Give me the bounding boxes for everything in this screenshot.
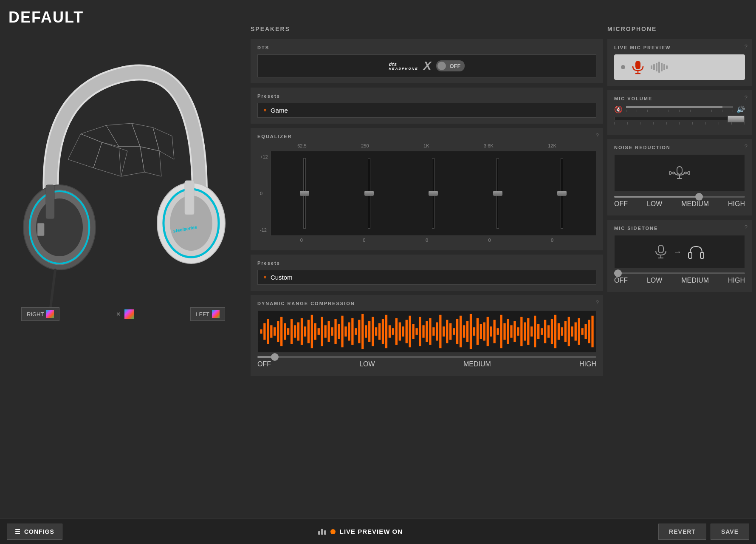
save-button[interactable]: SAVE: [711, 524, 749, 540]
eq-slider-2[interactable]: [430, 155, 436, 232]
svg-rect-41: [348, 322, 350, 340]
eq-thumb-0[interactable]: [300, 191, 309, 196]
noise-reduction-label: NOISE REDUCTION: [614, 145, 745, 150]
sidetone-slider[interactable]: OFF LOW MEDIUM HIGH: [614, 272, 745, 284]
thick-ticks: [614, 121, 745, 125]
svg-rect-86: [500, 315, 502, 348]
svg-rect-70: [446, 320, 448, 343]
dts-button[interactable]: dts HEADPHONE X OFF: [257, 54, 596, 77]
eq-track-1[interactable]: [368, 158, 370, 229]
drc-label-medium: MEDIUM: [463, 360, 491, 368]
svg-rect-20: [277, 321, 279, 342]
svg-rect-53: [389, 325, 391, 337]
svg-rect-17: [267, 319, 269, 344]
nr-question-icon[interactable]: ?: [745, 143, 748, 150]
live-bar-1: [318, 531, 320, 535]
mic-vol-question-icon[interactable]: ?: [745, 94, 748, 101]
nr-label-low: LOW: [647, 200, 662, 208]
left-led-label[interactable]: LEFT: [190, 307, 225, 321]
svg-rect-89: [510, 325, 512, 337]
eq-slider-1[interactable]: [366, 155, 372, 232]
eq-track-4[interactable]: [561, 158, 563, 229]
drc-slider-thumb[interactable]: [271, 353, 279, 361]
nr-slider[interactable]: OFF LOW MEDIUM HIGH: [614, 196, 745, 208]
sidetone-slider-thumb[interactable]: [614, 269, 622, 277]
svg-rect-81: [483, 322, 485, 340]
svg-rect-55: [395, 318, 398, 345]
svg-rect-83: [490, 326, 492, 337]
eq-presets-label: Presets: [257, 261, 596, 266]
live-mic-card: LIVE MIC PREVIEW ?: [607, 39, 752, 86]
drc-question-icon[interactable]: ?: [596, 299, 599, 306]
mic-vol-thick-slider[interactable]: [614, 117, 745, 125]
preset-dropdown[interactable]: ▼ Game: [257, 103, 596, 118]
eq-presets-card: Presets ▼ Custom: [251, 255, 603, 291]
right-color-box[interactable]: [46, 310, 54, 318]
eq-freq-2: 1K: [423, 143, 429, 148]
eq-slider-4[interactable]: [559, 155, 565, 232]
eq-freq-0: 62.5: [297, 143, 306, 148]
nr-icon-area: [614, 154, 745, 192]
drc-waveform: [257, 310, 596, 353]
eq-thumb-4[interactable]: [557, 191, 567, 196]
nr-fill: [614, 196, 699, 198]
eq-freq-1: 250: [361, 143, 369, 148]
presets-card: Presets ▼ Game: [251, 88, 603, 124]
noise-reduction-card: NOISE REDUCTION ?: [607, 139, 752, 215]
drc-slider[interactable]: OFF LOW MEDIUM HIGH: [257, 356, 596, 368]
eq-thumb-2[interactable]: [429, 191, 438, 196]
eq-track-2[interactable]: [432, 158, 434, 229]
sound-bar-7: [666, 65, 668, 69]
eq-preset-dropdown[interactable]: ▼ Custom: [257, 270, 596, 285]
eq-thumb-3[interactable]: [493, 191, 502, 196]
configs-button[interactable]: ☰ CONFIGS: [7, 524, 62, 540]
nr-slider-thumb[interactable]: [695, 193, 703, 201]
svg-rect-57: [402, 326, 404, 337]
svg-rect-85: [497, 328, 499, 335]
svg-rect-45: [361, 314, 364, 349]
svg-rect-103: [558, 323, 560, 340]
sidetone-label-low: LOW: [647, 277, 662, 284]
svg-rect-48: [372, 317, 374, 346]
mic-icon: [629, 59, 646, 76]
eq-val-0: 0: [300, 238, 303, 243]
dts-toggle[interactable]: OFF: [436, 60, 465, 71]
configs-label: CONFIGS: [24, 528, 54, 535]
eq-thumb-1[interactable]: [364, 191, 374, 196]
eq-val-labels: 0 0 0 0 0: [257, 236, 596, 244]
drc-label-high: HIGH: [579, 360, 596, 368]
right-led-label[interactable]: RIGHT: [21, 307, 59, 321]
eq-val-4: 0: [551, 238, 553, 243]
sidetone-mic-icon: [654, 243, 668, 260]
drc-slider-labels: OFF LOW MEDIUM HIGH: [257, 360, 596, 368]
svg-rect-74: [460, 316, 462, 347]
eq-slider-0[interactable]: [302, 155, 307, 232]
mic-sidetone-card: MIC SIDETONE ? →: [607, 220, 752, 292]
svg-rect-68: [439, 315, 441, 348]
svg-rect-108: [575, 322, 577, 340]
svg-rect-111: [584, 324, 587, 339]
svg-rect-38: [338, 324, 340, 339]
led-labels: RIGHT ✕ LEFT: [21, 307, 225, 321]
eq-track-3[interactable]: [496, 158, 499, 229]
svg-rect-28: [304, 326, 306, 337]
thick-thumb[interactable]: [728, 116, 745, 122]
center-color-box[interactable]: [124, 309, 134, 319]
revert-button[interactable]: REVERT: [658, 524, 706, 540]
eq-track-0[interactable]: [303, 158, 306, 229]
svg-rect-95: [530, 326, 533, 337]
eq-question-icon[interactable]: ?: [596, 132, 599, 139]
sidetone-label-medium: MEDIUM: [681, 277, 709, 284]
eq-area: +12 0 -12: [257, 151, 596, 236]
page-title: DEFAULT: [8, 8, 84, 26]
live-mic-question-icon[interactable]: ?: [745, 43, 748, 50]
x-icon: ✕: [116, 311, 121, 317]
svg-rect-77: [470, 314, 472, 349]
left-color-box[interactable]: [212, 310, 220, 318]
dts-label: DTS: [257, 45, 596, 50]
sidetone-question-icon[interactable]: ?: [745, 224, 748, 230]
eq-slider-3[interactable]: [495, 155, 501, 232]
svg-rect-75: [463, 325, 465, 337]
headset-svg: steelseries: [13, 40, 234, 312]
svg-rect-73: [456, 319, 458, 344]
